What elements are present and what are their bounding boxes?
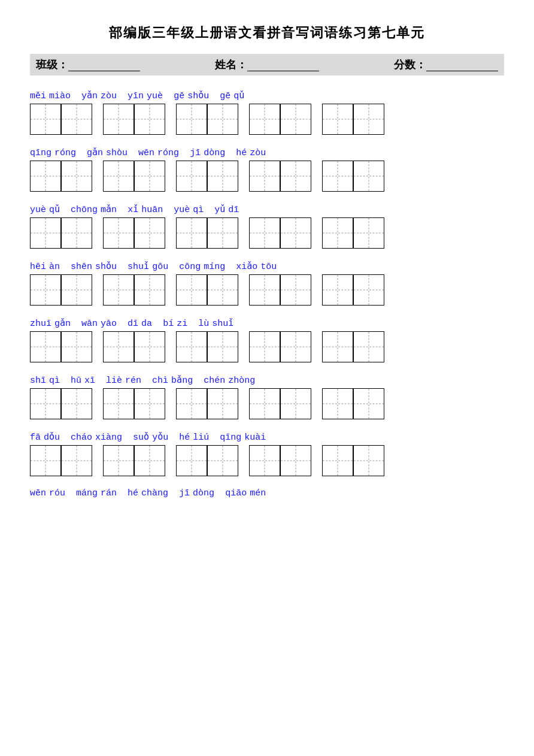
box-group-1-0[interactable]	[30, 161, 92, 192]
box-group-5-3[interactable]	[249, 388, 311, 419]
char-box[interactable]	[61, 331, 92, 362]
box-group-3-0[interactable]	[30, 274, 92, 306]
char-box[interactable]	[322, 217, 353, 249]
box-group-2-1[interactable]	[103, 217, 165, 249]
box-group-4-0[interactable]	[30, 331, 92, 362]
char-box[interactable]	[353, 445, 384, 476]
char-box[interactable]	[61, 388, 92, 419]
char-box[interactable]	[61, 217, 92, 249]
box-group-3-4[interactable]	[322, 274, 384, 306]
box-group-3-1[interactable]	[103, 274, 165, 306]
box-group-0-4[interactable]	[322, 104, 384, 135]
char-box[interactable]	[322, 331, 353, 362]
char-box[interactable]	[103, 388, 134, 419]
char-box[interactable]	[61, 161, 92, 192]
char-box[interactable]	[249, 217, 280, 249]
box-group-2-0[interactable]	[30, 217, 92, 249]
char-box[interactable]	[249, 274, 280, 306]
box-group-5-4[interactable]	[322, 388, 384, 419]
char-box[interactable]	[322, 274, 353, 306]
box-group-0-0[interactable]	[30, 104, 92, 135]
char-box[interactable]	[134, 274, 165, 306]
char-box[interactable]	[207, 388, 238, 419]
char-box[interactable]	[249, 388, 280, 419]
char-box[interactable]	[134, 104, 165, 135]
char-box[interactable]	[176, 217, 207, 249]
char-box[interactable]	[176, 161, 207, 192]
char-box[interactable]	[61, 274, 92, 306]
char-box[interactable]	[103, 104, 134, 135]
box-group-5-2[interactable]	[176, 388, 238, 419]
char-box[interactable]	[176, 331, 207, 362]
char-box[interactable]	[353, 331, 384, 362]
char-box[interactable]	[30, 445, 61, 476]
char-box[interactable]	[322, 445, 353, 476]
box-group-6-0[interactable]	[30, 445, 92, 476]
char-box[interactable]	[176, 388, 207, 419]
box-group-1-3[interactable]	[249, 161, 311, 192]
box-group-5-0[interactable]	[30, 388, 92, 419]
char-box[interactable]	[103, 161, 134, 192]
box-group-3-3[interactable]	[249, 274, 311, 306]
char-box[interactable]	[353, 104, 384, 135]
char-box[interactable]	[207, 274, 238, 306]
char-box[interactable]	[207, 331, 238, 362]
box-group-1-2[interactable]	[176, 161, 238, 192]
box-group-2-4[interactable]	[322, 217, 384, 249]
char-box[interactable]	[30, 161, 61, 192]
char-box[interactable]	[61, 445, 92, 476]
char-box[interactable]	[103, 274, 134, 306]
char-box[interactable]	[103, 445, 134, 476]
box-group-0-3[interactable]	[249, 104, 311, 135]
char-box[interactable]	[30, 217, 61, 249]
char-box[interactable]	[353, 217, 384, 249]
box-group-6-4[interactable]	[322, 445, 384, 476]
box-group-4-3[interactable]	[249, 331, 311, 362]
char-box[interactable]	[322, 104, 353, 135]
char-box[interactable]	[176, 445, 207, 476]
box-group-3-2[interactable]	[176, 274, 238, 306]
char-box[interactable]	[61, 104, 92, 135]
box-group-4-2[interactable]	[176, 331, 238, 362]
box-group-4-1[interactable]	[103, 331, 165, 362]
char-box[interactable]	[134, 161, 165, 192]
box-group-0-2[interactable]	[176, 104, 238, 135]
box-group-6-2[interactable]	[176, 445, 238, 476]
score-blank[interactable]	[426, 58, 498, 71]
char-box[interactable]	[207, 161, 238, 192]
char-box[interactable]	[249, 161, 280, 192]
char-box[interactable]	[176, 104, 207, 135]
char-box[interactable]	[249, 104, 280, 135]
box-group-2-3[interactable]	[249, 217, 311, 249]
char-box[interactable]	[134, 388, 165, 419]
char-box[interactable]	[280, 331, 311, 362]
box-group-6-1[interactable]	[103, 445, 165, 476]
char-box[interactable]	[280, 161, 311, 192]
char-box[interactable]	[207, 104, 238, 135]
char-box[interactable]	[280, 388, 311, 419]
char-box[interactable]	[134, 217, 165, 249]
class-blank[interactable]	[68, 58, 140, 71]
char-box[interactable]	[207, 217, 238, 249]
box-group-1-4[interactable]	[322, 161, 384, 192]
char-box[interactable]	[280, 274, 311, 306]
char-box[interactable]	[103, 331, 134, 362]
box-group-0-1[interactable]	[103, 104, 165, 135]
char-box[interactable]	[30, 388, 61, 419]
char-box[interactable]	[176, 274, 207, 306]
box-group-5-1[interactable]	[103, 388, 165, 419]
char-box[interactable]	[280, 104, 311, 135]
char-box[interactable]	[103, 217, 134, 249]
char-box[interactable]	[280, 445, 311, 476]
box-group-4-4[interactable]	[322, 331, 384, 362]
char-box[interactable]	[30, 274, 61, 306]
char-box[interactable]	[322, 161, 353, 192]
box-group-6-3[interactable]	[249, 445, 311, 476]
box-group-2-2[interactable]	[176, 217, 238, 249]
char-box[interactable]	[249, 445, 280, 476]
char-box[interactable]	[207, 445, 238, 476]
char-box[interactable]	[353, 161, 384, 192]
char-box[interactable]	[353, 274, 384, 306]
name-blank[interactable]	[247, 58, 319, 71]
char-box[interactable]	[30, 104, 61, 135]
